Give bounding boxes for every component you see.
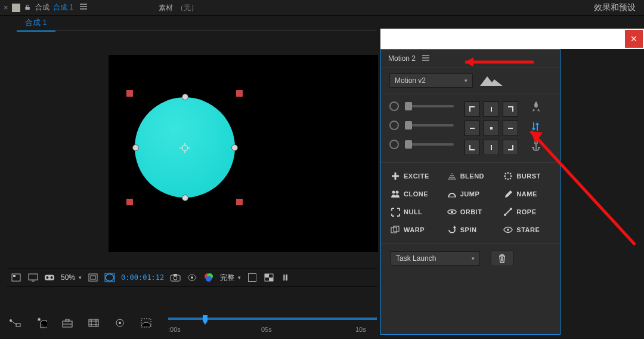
edge-handle-left[interactable] <box>132 144 139 151</box>
slider-2[interactable] <box>405 124 454 127</box>
motion-blur-icon[interactable] <box>113 316 126 329</box>
slider-1[interactable] <box>405 105 454 107</box>
reveal-icon[interactable] <box>187 272 197 283</box>
edge-handle-bottom[interactable] <box>182 195 188 201</box>
anchor-tr[interactable] <box>503 101 518 117</box>
panel-close-button[interactable]: ✕ <box>625 30 643 48</box>
parenting-icon[interactable] <box>8 316 21 329</box>
rope-icon <box>503 207 513 217</box>
anchor-br[interactable] <box>503 140 518 155</box>
mini-timeline[interactable]: :00s 05s 10s <box>168 315 377 332</box>
transform-handle-tr[interactable] <box>236 90 243 97</box>
task-launch-dropdown[interactable]: Task Launch▾ <box>391 251 480 266</box>
graph-editor-icon[interactable] <box>140 316 153 329</box>
anchor-mr[interactable] <box>503 121 518 136</box>
close-icon[interactable]: × <box>4 3 8 12</box>
edge-handle-right[interactable] <box>231 144 238 151</box>
panel-menu-icon[interactable] <box>79 3 88 12</box>
mountain-icon[interactable] <box>479 74 505 87</box>
svg-point-5 <box>46 276 48 279</box>
spin-icon <box>447 225 457 235</box>
radio-3[interactable] <box>389 140 399 149</box>
footage-tabbar: 素材 （无） <box>155 0 358 16</box>
tool-clone[interactable]: CLONE <box>391 189 438 199</box>
svg-point-11 <box>174 276 177 280</box>
anchor-mc[interactable] <box>484 121 499 136</box>
svg-rect-21 <box>286 275 287 281</box>
panel-titlebar[interactable] <box>380 29 644 49</box>
radio-2[interactable] <box>389 121 399 130</box>
slider-3[interactable] <box>405 143 454 146</box>
viewer-footer: 50%▾ 0:00:01:12 完整▾ <box>7 269 377 286</box>
zoom-dropdown[interactable]: 50%▾ <box>61 273 82 282</box>
footage-label[interactable]: 素材 <box>159 3 173 13</box>
roi-icon[interactable] <box>247 272 258 283</box>
unlock-icon[interactable] <box>24 4 32 11</box>
channels-icon[interactable] <box>203 272 214 283</box>
vr-goggles-icon[interactable] <box>44 272 55 283</box>
tool-spin[interactable]: SPIN <box>447 225 494 235</box>
transform-handle-bl[interactable] <box>126 198 134 206</box>
tool-grid: EXCITE BLEND BURST CLONE JUMP NAME NULL … <box>381 163 560 244</box>
tool-warp[interactable]: WARP <box>391 225 438 235</box>
edge-handle-top[interactable] <box>182 94 188 100</box>
subtab-comp1[interactable]: 合成 1 <box>17 15 55 32</box>
swap-icon[interactable] <box>531 121 541 134</box>
anchor-bl[interactable] <box>465 140 480 155</box>
tool-null[interactable]: NULL <box>391 207 438 217</box>
anchor-tc[interactable] <box>484 101 499 117</box>
svg-rect-26 <box>66 319 69 321</box>
tool-blend[interactable]: BLEND <box>447 171 494 181</box>
svg-rect-1 <box>12 274 20 281</box>
anchor-tl[interactable] <box>465 101 480 117</box>
timeline-toolbar <box>8 316 153 329</box>
tool-stare[interactable]: STARE <box>503 225 550 235</box>
comp-subtab: 合成 1 <box>17 16 376 31</box>
svg-point-29 <box>119 322 121 324</box>
layout-icon[interactable] <box>11 272 21 283</box>
svg-point-39 <box>396 191 399 194</box>
version-dropdown[interactable]: Motion v2▾ <box>389 73 473 88</box>
star-cube-icon[interactable] <box>35 316 48 329</box>
burst-icon <box>503 171 513 181</box>
svg-rect-23 <box>16 323 20 326</box>
anchor-ml[interactable] <box>465 121 480 136</box>
delete-button[interactable] <box>491 251 513 266</box>
radio-1[interactable] <box>389 101 399 111</box>
svg-rect-32 <box>491 107 492 112</box>
snapshot-icon[interactable] <box>170 272 181 283</box>
effects-presets-tab[interactable]: 效果和预设 <box>594 2 636 13</box>
svg-rect-31 <box>203 315 208 321</box>
motion2-panel: Motion 2 Motion v2▾ <box>380 49 561 335</box>
blend-icon <box>447 171 457 181</box>
resolution-dropdown[interactable]: 完整▾ <box>220 273 241 283</box>
anchor-bc[interactable] <box>484 140 499 155</box>
tool-name[interactable]: NAME <box>503 189 550 199</box>
comp-active-name[interactable]: 合成 1 <box>53 2 73 13</box>
transform-handle-tl[interactable] <box>126 90 134 97</box>
anchor-point-icon[interactable] <box>178 141 191 155</box>
tool-rope[interactable]: ROPE <box>503 207 550 217</box>
transparency-grid-icon[interactable] <box>264 272 274 283</box>
aspect-icon[interactable] <box>88 272 98 283</box>
comp-label: 合成 <box>35 2 49 13</box>
rocket-icon[interactable] <box>531 101 541 114</box>
toolbox-icon[interactable] <box>61 316 74 329</box>
monitor-icon[interactable] <box>27 272 38 283</box>
tool-orbit[interactable]: ORBIT <box>447 207 494 217</box>
svg-point-37 <box>535 141 537 144</box>
panel-menu-icon[interactable] <box>422 54 430 63</box>
tool-jump[interactable]: JUMP <box>447 189 494 199</box>
mask-icon[interactable] <box>104 272 115 283</box>
tool-burst[interactable]: BURST <box>503 171 550 181</box>
3d-view-icon[interactable] <box>280 272 291 283</box>
transform-handle-br[interactable] <box>236 198 243 206</box>
filmstrip-icon[interactable] <box>87 316 100 329</box>
playhead-icon[interactable] <box>202 315 209 326</box>
svg-point-16 <box>206 276 212 282</box>
svg-rect-8 <box>91 276 95 279</box>
timecode[interactable]: 0:00:01:12 <box>121 273 164 282</box>
tool-excite[interactable]: EXCITE <box>391 171 438 181</box>
anchor-icon[interactable] <box>531 141 541 153</box>
timeline-track[interactable] <box>168 318 377 320</box>
